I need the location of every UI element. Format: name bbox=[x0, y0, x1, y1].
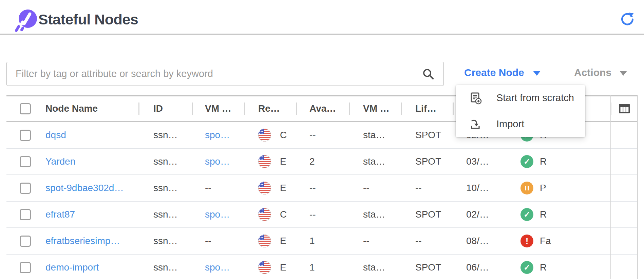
availability-zone-value: 2 bbox=[296, 149, 349, 174]
menu-item-import[interactable]: Import bbox=[456, 111, 585, 137]
vm-link[interactable]: spo… bbox=[205, 262, 230, 273]
us-flag-icon bbox=[258, 261, 271, 274]
chevron-down-icon bbox=[533, 71, 541, 76]
search-icon bbox=[422, 68, 434, 80]
created-date-value: 06/… bbox=[453, 255, 506, 279]
failed-status-icon bbox=[520, 235, 533, 247]
created-date-value: 02/… bbox=[453, 202, 506, 227]
status-text: P bbox=[540, 183, 546, 193]
menu-item-start-from-scratch[interactable]: Start from scratch bbox=[456, 85, 585, 111]
row-checkbox[interactable] bbox=[20, 183, 31, 194]
actions-button[interactable]: Actions bbox=[574, 67, 627, 78]
vm-size-value: sta… bbox=[349, 122, 401, 148]
stateful-nodes-page: Stateful Nodes Create Node Actions bbox=[0, 0, 644, 279]
node-name-link[interactable]: spot-9dbae302d… bbox=[45, 183, 124, 193]
lifecycle-value: SPOT bbox=[401, 122, 453, 148]
us-flag-icon bbox=[258, 235, 271, 247]
us-flag-icon bbox=[258, 129, 271, 142]
header-divider bbox=[0, 34, 644, 35]
spot-logo-icon bbox=[14, 8, 38, 33]
vm-link[interactable]: -- bbox=[205, 183, 211, 193]
vm-link[interactable]: spo… bbox=[205, 209, 230, 220]
column-header-availability[interactable]: Ava… bbox=[296, 96, 349, 121]
select-all-checkbox[interactable] bbox=[20, 103, 31, 114]
create-node-button[interactable]: Create Node bbox=[464, 67, 541, 78]
lifecycle-value: SPOT bbox=[401, 202, 453, 227]
vm-size-value: -- bbox=[349, 175, 401, 201]
node-id: ssn… bbox=[153, 156, 178, 167]
availability-zone-value: -- bbox=[296, 202, 349, 227]
region-value: C bbox=[280, 130, 287, 141]
row-checkbox[interactable] bbox=[20, 209, 31, 220]
column-header-node-name[interactable]: Node Name bbox=[37, 96, 138, 121]
created-date-value: 03/… bbox=[453, 149, 506, 174]
vm-link[interactable]: spo… bbox=[205, 156, 230, 167]
filter-input[interactable] bbox=[6, 62, 444, 86]
page-title: Stateful Nodes bbox=[38, 10, 138, 29]
region-value: E bbox=[280, 183, 286, 193]
vm-link[interactable]: -- bbox=[205, 236, 211, 246]
table-row: spot-9dbae302d… ssn… -- E -- -- -- 10/… … bbox=[6, 175, 638, 202]
row-checkbox[interactable] bbox=[20, 236, 31, 247]
actions-label: Actions bbox=[574, 67, 611, 78]
column-header-lifecycle[interactable]: Lif… bbox=[401, 96, 453, 121]
refresh-button[interactable] bbox=[620, 12, 634, 26]
lifecycle-value: -- bbox=[401, 175, 453, 201]
node-id: ssn… bbox=[153, 262, 178, 273]
node-name-link[interactable]: efratbseriesimp… bbox=[45, 236, 120, 246]
row-checkbox[interactable] bbox=[20, 156, 31, 167]
filter-box bbox=[6, 62, 444, 86]
node-name-link[interactable]: Yarden bbox=[45, 156, 75, 167]
column-divider bbox=[610, 95, 611, 279]
created-date-value: 08/… bbox=[453, 228, 506, 254]
status-text: Fa bbox=[540, 236, 551, 246]
region-value: C bbox=[280, 209, 287, 220]
node-id: ssn… bbox=[153, 209, 178, 220]
node-name-link[interactable]: efrat87 bbox=[45, 209, 75, 220]
column-header-id[interactable]: ID bbox=[138, 96, 192, 121]
row-checkbox[interactable] bbox=[20, 262, 31, 273]
row-checkbox[interactable] bbox=[20, 130, 31, 141]
vm-size-value: sta… bbox=[349, 255, 401, 279]
us-flag-icon bbox=[258, 182, 271, 194]
table-row: Yarden ssn… spo… E 2 sta… SPOT 03/… R bbox=[6, 149, 638, 175]
created-date-value: 10/… bbox=[453, 175, 506, 201]
import-icon bbox=[469, 118, 482, 131]
running-status-icon bbox=[520, 208, 533, 221]
table-row: efratbseriesimp… ssn… -- E 1 -- -- 08/… … bbox=[6, 228, 638, 255]
paused-status-icon bbox=[520, 182, 533, 194]
table-right-border bbox=[637, 95, 638, 279]
availability-zone-value: -- bbox=[296, 122, 349, 148]
lifecycle-value: -- bbox=[401, 228, 453, 254]
vm-size-value: -- bbox=[349, 228, 401, 254]
column-header-vm[interactable]: VM … bbox=[192, 96, 244, 121]
document-plus-icon bbox=[469, 92, 482, 105]
menu-item-label: Start from scratch bbox=[496, 92, 574, 104]
table-row: efrat87 ssn… spo… C -- sta… SPOT 02/… R bbox=[6, 202, 638, 228]
node-id: ssn… bbox=[153, 236, 178, 246]
column-header-region[interactable]: Re… bbox=[244, 96, 296, 121]
us-flag-icon bbox=[258, 155, 271, 168]
columns-icon bbox=[619, 103, 630, 114]
menu-item-label: Import bbox=[496, 118, 524, 130]
running-status-icon bbox=[520, 261, 533, 274]
availability-zone-value: 1 bbox=[296, 255, 349, 279]
column-header-vm-size[interactable]: VM … bbox=[349, 96, 401, 121]
node-name-link[interactable]: dqsd bbox=[45, 130, 66, 141]
node-name-link[interactable]: demo-import bbox=[45, 262, 99, 273]
vm-link[interactable]: spo… bbox=[205, 130, 230, 141]
table-row: demo-import ssn… spo… E 1 sta… SPOT 06/…… bbox=[6, 255, 638, 279]
availability-zone-value: -- bbox=[296, 175, 349, 201]
node-id: ssn… bbox=[153, 183, 178, 193]
availability-zone-value: 1 bbox=[296, 228, 349, 254]
table-body: dqsd ssn… spo… C -- sta… SPOT 02/… R Yar… bbox=[6, 122, 638, 279]
column-picker-button[interactable] bbox=[619, 103, 630, 115]
create-node-menu: Start from scratch Import bbox=[456, 85, 585, 137]
running-status-icon bbox=[520, 155, 533, 168]
create-node-label: Create Node bbox=[464, 67, 524, 78]
chevron-down-icon bbox=[620, 71, 627, 76]
lifecycle-value: SPOT bbox=[401, 255, 453, 279]
refresh-icon bbox=[620, 12, 634, 26]
vm-size-value: sta… bbox=[349, 149, 401, 174]
status-text: R bbox=[540, 156, 547, 167]
